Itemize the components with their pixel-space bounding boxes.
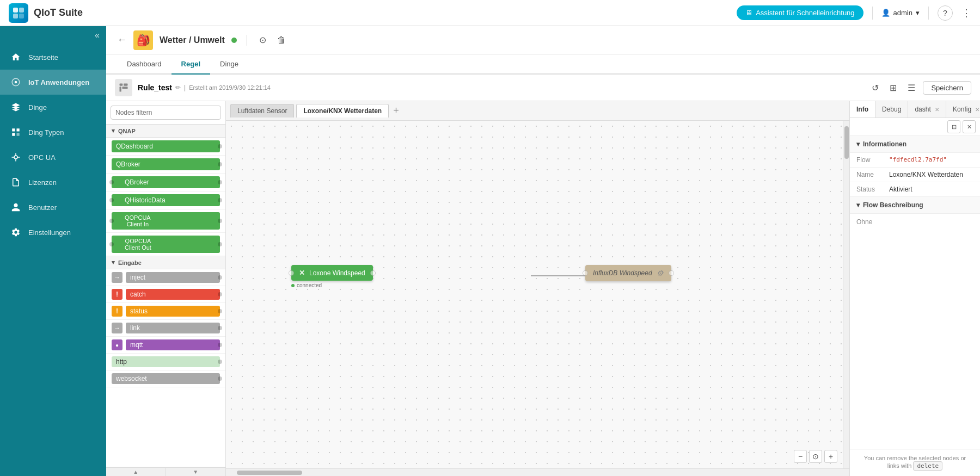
- chevron-down-icon: ▾: [916, 9, 920, 17]
- zoom-in-button[interactable]: +: [824, 450, 837, 463]
- node-qdashboard[interactable]: QDashboard: [106, 138, 225, 156]
- flow-tab-loxone[interactable]: Loxone/KNX Wetterdaten: [296, 104, 389, 118]
- konfig-close-icon[interactable]: ✕: [975, 107, 979, 113]
- zoom-out-button[interactable]: −: [794, 450, 807, 463]
- sidebar-item-opc-ua[interactable]: OPC UA: [0, 145, 106, 170]
- sidebar-label-lizenzen: Lizenzen: [28, 178, 57, 187]
- dasht-close-icon[interactable]: ✕: [935, 107, 939, 113]
- chip-label: http: [116, 358, 127, 366]
- chip-label: QOPCUA Client Out: [125, 238, 151, 251]
- list-button[interactable]: ☰: [904, 81, 918, 95]
- category-qnap[interactable]: ▾ QNAP: [106, 125, 225, 138]
- sidebar-label-dinge: Dinge: [28, 103, 47, 112]
- sidebar-item-dinge[interactable]: Dinge: [0, 95, 106, 120]
- sidebar-item-ding-typen[interactable]: Ding Typen: [0, 120, 106, 145]
- sidebar-item-iot[interactable]: IoT Anwendungen: [0, 70, 106, 95]
- info-flow-row: Flow "fdfecdl2.7a7fd": [850, 153, 980, 168]
- export-button[interactable]: ⊞: [886, 81, 900, 95]
- status-dot: [231, 38, 237, 43]
- settings-icon: ⚙: [657, 269, 664, 277]
- back-button[interactable]: ←: [117, 34, 127, 46]
- rp-tab-dasht[interactable]: dasht ✕: [908, 101, 946, 118]
- sidebar-collapse-button[interactable]: «: [95, 30, 100, 40]
- more-button[interactable]: ⋮: [961, 7, 971, 19]
- node-qbroker1[interactable]: QBroker: [106, 156, 225, 174]
- node-link[interactable]: → link: [106, 320, 225, 337]
- sidebar-label-startseite: Startseite: [28, 53, 58, 61]
- sidebar-item-benutzer[interactable]: Benutzer: [0, 195, 106, 220]
- chip-label: QBroker: [116, 160, 140, 168]
- palette-list: ▾ QNAP QDashboard QBroker: [106, 125, 225, 467]
- node-qopcua-client-in[interactable]: QOPCUA Client In: [106, 209, 225, 233]
- chip-label: QDashboard: [116, 143, 153, 150]
- refresh-button[interactable]: ↺: [868, 81, 882, 95]
- tab-dashboard[interactable]: Dashboard: [117, 54, 171, 75]
- node-catch[interactable]: ! catch: [106, 286, 225, 303]
- info-section-header[interactable]: ▾ Informationen: [850, 136, 980, 153]
- rp-bottom-controls: ⊟ ✕: [850, 118, 980, 136]
- zoom-fit-button[interactable]: ⊙: [809, 450, 822, 463]
- status-warning-icon: !: [112, 306, 122, 317]
- node-http[interactable]: http: [106, 354, 225, 370]
- ding-typen-icon: [10, 126, 22, 138]
- svg-rect-15: [124, 84, 128, 86]
- node-port-right: [370, 270, 376, 276]
- scroll-up-button[interactable]: ▲: [106, 467, 166, 476]
- canvas-node-influxdb[interactable]: InfluxDB Windspeed ⚙: [585, 265, 671, 281]
- add-flow-button[interactable]: +: [391, 105, 401, 116]
- admin-button[interactable]: 👤 admin ▾: [881, 9, 920, 17]
- tab-dinge[interactable]: Dinge: [210, 54, 248, 75]
- hscroll-thumb: [237, 471, 302, 475]
- chip-label: link: [130, 324, 140, 332]
- delete-project-button[interactable]: 🗑: [275, 33, 288, 47]
- info-status-row: Status Aktiviert: [850, 182, 980, 197]
- category-eingabe[interactable]: ▾ Eingabe: [106, 256, 225, 269]
- sidebar-item-lizenzen[interactable]: Lizenzen: [0, 170, 106, 195]
- palette-search-input[interactable]: [111, 106, 221, 120]
- canvas-hscroll[interactable]: [226, 468, 849, 476]
- rp-tab-konfig[interactable]: Konfig ✕: [946, 101, 980, 118]
- svg-rect-0: [13, 8, 18, 13]
- right-panel-footer: You can remove the selected nodes or lin…: [850, 449, 980, 476]
- sidebar-collapse: «: [0, 26, 106, 45]
- desc-section-header[interactable]: ▾ Flow Beschreibung: [850, 197, 980, 214]
- svg-point-4: [15, 81, 17, 84]
- canvas-area: Luftdaten Sensor Loxone/KNX Wetterdaten …: [226, 101, 849, 476]
- influxdb-windspeed-label: InfluxDB Windspeed: [593, 269, 652, 277]
- help-button[interactable]: ?: [938, 5, 953, 21]
- rule-edit-icon[interactable]: ✏: [175, 84, 181, 91]
- node-mqtt[interactable]: ● mqtt: [106, 337, 225, 354]
- node-inject[interactable]: → inject: [106, 269, 225, 286]
- tab-regel[interactable]: Regel: [171, 54, 210, 75]
- rp-tab-debug[interactable]: Debug: [875, 101, 908, 118]
- node-qhistoricdata[interactable]: QHistoricData: [106, 191, 225, 209]
- topbar-left: QIoT Suite: [9, 3, 83, 23]
- chip-label: mqtt: [130, 341, 143, 349]
- flow-tab-luftdaten[interactable]: Luftdaten Sensor: [230, 104, 294, 118]
- sidebar-label-iot: IoT Anwendungen: [28, 78, 89, 86]
- topbar-right: 🖥 Assistent für Schnelleinrichtung 👤 adm…: [737, 5, 971, 21]
- monitor-icon: 🖥: [745, 9, 752, 17]
- target-button[interactable]: ⊙: [257, 33, 268, 47]
- assistant-button[interactable]: 🖥 Assistent für Schnelleinrichtung: [737, 5, 863, 20]
- chevron-down-icon2: ▾: [112, 259, 115, 266]
- sidebar-item-startseite[interactable]: Startseite: [0, 45, 106, 70]
- canvas-node-loxone[interactable]: ✕ Loxone Windspeed connected: [291, 265, 373, 288]
- scroll-down-button[interactable]: ▼: [166, 467, 226, 476]
- node-port-right2: [669, 270, 674, 276]
- rp-tab-info[interactable]: Info: [850, 101, 875, 118]
- right-panel: Info Debug dasht ✕ Konfig ✕ ⊟: [849, 101, 980, 476]
- canvas-vscroll[interactable]: [843, 121, 849, 468]
- node-websocket[interactable]: websocket: [106, 370, 225, 387]
- rp-shrink-button[interactable]: ⊟: [947, 120, 960, 133]
- node-status[interactable]: ! status: [106, 303, 225, 320]
- connected-dot: [291, 284, 295, 287]
- node-qopcua-client-out[interactable]: QOPCUA Client Out: [106, 233, 225, 256]
- sidebar-item-einstellungen[interactable]: Einstellungen: [0, 220, 106, 245]
- topbar-divider2: [928, 7, 929, 20]
- node-qbroker2[interactable]: QBroker: [106, 174, 225, 191]
- save-button[interactable]: Speichern: [923, 81, 971, 95]
- rp-expand-button[interactable]: ✕: [963, 120, 976, 133]
- chip-label: status: [130, 307, 148, 315]
- flow-canvas[interactable]: ✕ Loxone Windspeed connected: [226, 121, 843, 468]
